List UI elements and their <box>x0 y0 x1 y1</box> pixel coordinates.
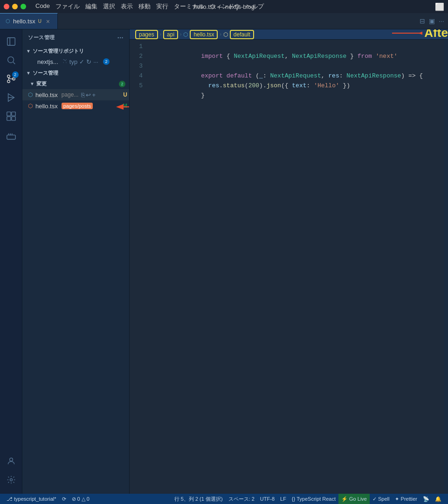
menu-move[interactable]: 移動 <box>138 2 151 11</box>
svg-point-12 <box>10 479 12 481</box>
repo-name: nextjs... <box>37 58 58 65</box>
activity-account[interactable] <box>3 453 20 469</box>
plus-icon[interactable]: + <box>92 91 96 98</box>
menu-code[interactable]: Code <box>35 2 50 11</box>
svg-point-1 <box>7 57 14 63</box>
repo-sync: ↻ <box>86 58 91 65</box>
code-editor: pages › api › ⬡ hello.tsx › ⬡ default <box>130 29 448 494</box>
sc-chevron: ▼ <box>26 70 31 76</box>
fullscreen-button[interactable] <box>21 4 26 9</box>
errors-text: ⊘ 0 <box>72 496 80 502</box>
code-line-1: import { NextApiRequest, NextApiResponse… <box>150 42 444 51</box>
punc-colon3: : <box>307 82 314 89</box>
breadcrumb-wrapper: pages › api › ⬡ hello.tsx › ⬡ default <box>130 29 448 40</box>
changes-badge: 2 <box>119 81 125 87</box>
repo-header[interactable]: ▼ ソース管理リポジトリ <box>22 46 129 56</box>
breadcrumb-item-pages[interactable]: pages <box>135 30 158 39</box>
breadcrumb-item-hellotsx[interactable]: hello.tsx <box>190 30 218 39</box>
sidebar-title: ソース管理 <box>28 34 55 41</box>
line-num-3: 3 <box>130 61 143 71</box>
split-editor-icon[interactable]: ⬜ <box>435 2 444 11</box>
status-prettier[interactable]: ✦ Prettier <box>392 494 420 504</box>
activity-search[interactable] <box>3 52 20 69</box>
tab-hello-tsx[interactable]: ⬡ hello.tsx U × <box>0 13 58 29</box>
status-errors[interactable]: ⊘ 0 △ 0 <box>69 494 92 504</box>
tab-label: hello.tsx <box>13 18 35 25</box>
copy-icon[interactable]: ⎘ <box>81 91 85 98</box>
encoding-text: UTF-8 <box>260 496 275 502</box>
repo-section: ▼ ソース管理リポジトリ nextjs... typ ✓ ↻ ··· 2 <box>22 46 129 67</box>
sc-section: ▼ ソース管理 <box>22 68 129 78</box>
tab-close-button[interactable]: × <box>44 18 52 25</box>
sidebar-more-icon[interactable]: ··· <box>117 34 124 42</box>
fn-json: json <box>267 82 281 89</box>
sc-header[interactable]: ▼ ソース管理 <box>22 68 129 78</box>
tab-modified-indicator: U <box>38 19 41 24</box>
sc-file-1[interactable]: ⬡ hello.tsx page... ⎘ ↩ + U <box>22 89 129 100</box>
punc-dot: . <box>219 82 223 89</box>
code-scroll[interactable]: 1 2 3 4 5 import { NextApiRequest, NextA… <box>130 40 448 494</box>
more-icon[interactable]: ··· <box>439 17 444 25</box>
traffic-lights <box>4 4 26 9</box>
status-spell[interactable]: ✓ Spell <box>370 494 393 504</box>
status-eol[interactable]: LF <box>277 494 289 504</box>
kw-from: from <box>358 53 372 60</box>
activity-extensions[interactable] <box>3 108 20 125</box>
status-position[interactable]: 行 5、列 2 (1 個選択) <box>172 494 226 504</box>
menu-run[interactable]: 実行 <box>156 2 168 11</box>
activity-explorer[interactable] <box>3 33 20 50</box>
status-encoding[interactable]: UTF-8 <box>257 494 277 504</box>
vertical-scrollbar[interactable] <box>444 40 448 494</box>
split-right-icon[interactable]: ⊟ <box>420 17 425 25</box>
status-sync[interactable]: ⟳ <box>59 494 69 504</box>
tab-bar-actions: ⊟ ▣ ··· <box>416 13 448 29</box>
sidebar: ソース管理 ··· ▼ ソース管理リポジトリ nextjs... typ <box>22 29 130 494</box>
breadcrumb-sep-1: › <box>160 32 161 37</box>
punc-colon: : <box>263 72 270 79</box>
layout-icon[interactable]: ▣ <box>429 17 435 25</box>
language-icon: {} <box>292 496 295 502</box>
repo-branch-type: typ <box>69 58 77 65</box>
status-broadcast[interactable]: 📡 <box>420 494 432 504</box>
golive-text: ⚡ Go Live <box>341 496 367 502</box>
str-hello: 'Hello' <box>314 82 339 89</box>
before-path-badge: pages/posts <box>62 103 93 109</box>
menu-view[interactable]: 表示 <box>121 2 133 11</box>
language-text: TypeScript React <box>296 496 336 502</box>
svg-rect-8 <box>7 117 10 120</box>
status-bar: ⎇ typescript_tutorial* ⟳ ⊘ 0 △ 0 行 5、列 2… <box>0 494 448 504</box>
menu-file[interactable]: ファイル <box>55 2 80 11</box>
sc-file-2[interactable]: ⬡ hello.tsx pages/posts M Before <box>22 100 129 112</box>
breadcrumb-item-default[interactable]: default <box>230 30 254 39</box>
git-icon-2: ⬡ <box>28 103 33 109</box>
type-res: NextApiResponse <box>346 72 401 79</box>
activity-settings[interactable] <box>3 471 20 488</box>
code-line-3: export default (_: NextApiRequest, res: … <box>150 61 444 71</box>
punc-comma2: , <box>321 72 329 79</box>
status-bell[interactable]: 🔔 <box>432 494 444 504</box>
punc-brace: } <box>346 53 357 60</box>
activity-source-control[interactable]: 2 <box>3 70 20 87</box>
sc-path-1: page... <box>62 91 79 98</box>
undo-icon[interactable]: ↩ <box>86 91 91 98</box>
editor-area: 2 <box>0 29 448 494</box>
tab-bar: ⬡ hello.tsx U × ⊟ ▣ ··· <box>0 13 448 29</box>
sidebar-header: ソース管理 ··· <box>22 29 129 46</box>
close-button[interactable] <box>4 4 9 9</box>
menu-edit[interactable]: 編集 <box>85 2 97 11</box>
status-golive[interactable]: ⚡ Go Live <box>338 494 370 504</box>
titlebar-right: ⬜ <box>435 2 444 11</box>
status-language[interactable]: {} TypeScript React <box>289 494 338 504</box>
status-branch[interactable]: ⎇ typescript_tutorial* <box>4 494 59 504</box>
changes-header[interactable]: ▼ 変更 2 <box>22 78 129 89</box>
repo-item[interactable]: nextjs... typ ✓ ↻ ··· 2 <box>22 56 129 67</box>
sc-actions-1: ⎘ ↩ + <box>81 91 96 98</box>
activity-debug[interactable] <box>3 89 20 106</box>
menu-select[interactable]: 選択 <box>103 2 115 11</box>
minimize-button[interactable] <box>12 4 18 9</box>
activity-docker[interactable] <box>3 128 20 145</box>
status-spaces[interactable]: スペース: 2 <box>226 494 257 504</box>
line-numbers: 1 2 3 4 5 <box>130 42 148 492</box>
activity-bar: 2 <box>0 29 22 494</box>
breadcrumb-item-api[interactable]: api <box>163 30 178 39</box>
